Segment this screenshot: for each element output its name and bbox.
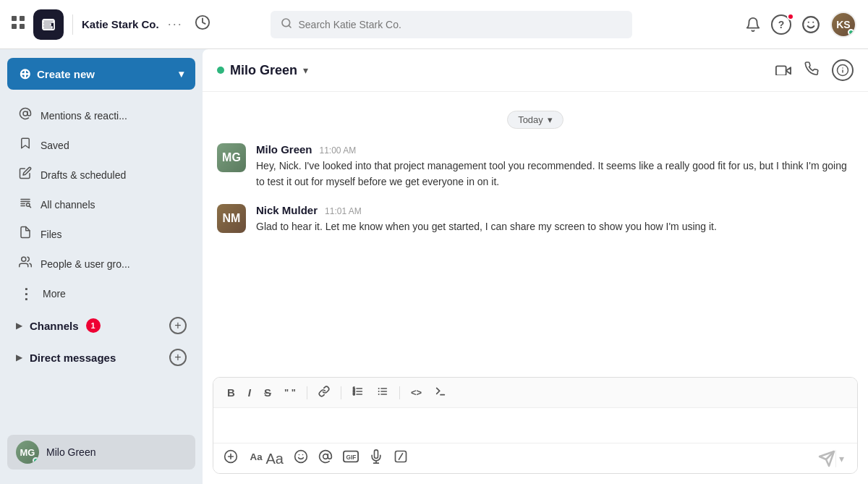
mention-icon[interactable]: [318, 449, 333, 467]
sidebar-bottom: MG Milo Green: [0, 429, 203, 475]
files-icon: [19, 226, 32, 242]
app-logo[interactable]: [33, 9, 64, 40]
message-sender-name: Milo Green: [256, 143, 312, 156]
svg-text:?: ?: [778, 19, 785, 30]
svg-rect-2: [12, 24, 17, 29]
create-new-label: Create new: [37, 68, 95, 80]
sidebar-item-people[interactable]: People & user gro...: [4, 250, 198, 278]
ordered-list-button[interactable]: 123: [349, 383, 367, 402]
chat-contact-name: Milo Green: [230, 63, 297, 78]
message-text: Hey, Nick. I've looked into that project…: [256, 158, 854, 190]
italic-button[interactable]: I: [244, 384, 255, 401]
chat-title-chevron-icon[interactable]: ▾: [303, 64, 308, 76]
add-attachment-icon[interactable]: [224, 449, 238, 467]
mentions-label: Mentions & reacti...: [41, 110, 127, 122]
workspace-dots[interactable]: ···: [168, 17, 183, 32]
composer-input[interactable]: [213, 408, 857, 443]
video-call-icon[interactable]: [775, 62, 791, 79]
history-icon[interactable]: [195, 14, 210, 34]
chat-header: Milo Green ▾: [203, 49, 868, 92]
date-chevron-icon: ▾: [548, 114, 553, 125]
svg-line-8: [289, 25, 292, 27]
message-group: NM Nick Mulder 11:01 AM Glad to hear it.…: [217, 204, 854, 235]
more-icon: ⋮: [19, 285, 34, 302]
sidebar-item-files[interactable]: Files: [4, 220, 198, 248]
channels-chevron-icon: ▶: [16, 320, 22, 331]
drafts-icon: [19, 166, 32, 183]
code-button[interactable]: <>: [407, 385, 425, 400]
search-bar[interactable]: [271, 11, 632, 38]
send-options-chevron[interactable]: ▾: [835, 450, 847, 467]
sidebar-item-more[interactable]: ⋮ More: [4, 279, 198, 308]
strikethrough-button[interactable]: S: [260, 384, 275, 401]
user-avatar-topbar[interactable]: KS: [830, 12, 856, 38]
svg-text:3: 3: [353, 392, 355, 396]
chat-area: Milo Green ▾: [203, 49, 868, 484]
milo-avatar: MG: [217, 143, 246, 172]
send-button[interactable]: [818, 450, 835, 467]
channels-add-icon[interactable]: +: [169, 317, 187, 334]
info-button[interactable]: [832, 59, 854, 81]
people-icon: [19, 255, 32, 272]
mentions-icon: [19, 107, 32, 124]
composer-footer: Aa Aa GIF: [213, 443, 857, 473]
microphone-icon[interactable]: [369, 449, 383, 467]
grid-icon[interactable]: [12, 16, 25, 33]
channels-label: Channels: [30, 320, 79, 332]
code-block-button[interactable]: [431, 383, 450, 402]
people-label: People & user gro...: [41, 258, 130, 270]
help-button[interactable]: ?: [771, 14, 791, 35]
phone-call-icon[interactable]: [804, 61, 819, 80]
contact-online-indicator: [217, 67, 224, 74]
nick-avatar: NM: [217, 204, 246, 233]
drafts-label: Drafts & scheduled: [41, 169, 126, 181]
bold-button[interactable]: B: [224, 384, 239, 401]
toolbar-divider-2: [341, 386, 341, 399]
blockquote-button[interactable]: " ": [281, 385, 299, 400]
svg-line-20: [30, 206, 31, 208]
gif-icon[interactable]: GIF: [343, 450, 359, 467]
message-group: MG Milo Green 11:00 AM Hey, Nick. I've l…: [217, 143, 854, 190]
text-format-icon[interactable]: Aa Aa: [248, 449, 284, 467]
workspace-name: Katie Stark Co.: [82, 18, 159, 30]
link-button[interactable]: [315, 383, 333, 402]
active-user-item[interactable]: MG Milo Green: [7, 435, 195, 470]
create-new-button[interactable]: ⊕ Create new ▾: [7, 58, 195, 90]
create-new-plus-icon: ⊕: [19, 65, 31, 82]
svg-point-36: [378, 388, 380, 389]
date-label: Today: [518, 114, 543, 125]
message-timestamp: 11:01 AM: [325, 206, 362, 216]
topbar-divider: [72, 14, 73, 35]
sidebar-item-mentions[interactable]: Mentions & reacti...: [4, 101, 198, 130]
search-input[interactable]: [298, 19, 622, 30]
topbar-right-icons: ? KS: [745, 12, 856, 38]
message-content: Milo Green 11:00 AM Hey, Nick. I've look…: [256, 143, 854, 190]
search-icon: [281, 17, 292, 32]
all-channels-label: All channels: [41, 199, 95, 211]
unordered-list-button[interactable]: [373, 383, 392, 402]
sidebar-section-direct-messages[interactable]: ▶ Direct messages +: [4, 341, 198, 373]
create-new-chevron-icon: ▾: [179, 68, 184, 80]
date-divider[interactable]: Today ▾: [217, 111, 854, 129]
all-channels-icon: [19, 196, 32, 213]
slash-command-icon[interactable]: [393, 449, 408, 467]
emoji-button[interactable]: [801, 15, 820, 34]
dm-label: Direct messages: [30, 352, 116, 364]
sidebar-section-channels[interactable]: ▶ Channels 1 +: [4, 310, 198, 341]
svg-point-37: [378, 391, 380, 392]
saved-icon: [19, 137, 32, 153]
message-timestamp: 11:00 AM: [320, 145, 357, 156]
emoji-picker-icon[interactable]: [294, 449, 308, 467]
svg-point-38: [378, 394, 380, 395]
sidebar-item-drafts[interactable]: Drafts & scheduled: [4, 161, 198, 189]
sidebar-item-saved[interactable]: Saved: [4, 131, 198, 159]
toolbar-divider-3: [399, 386, 400, 399]
sidebar-item-all-channels[interactable]: All channels: [4, 190, 198, 218]
composer-toolbar: B I S " " 123: [213, 378, 857, 408]
toolbar-divider: [307, 386, 307, 399]
svg-text:GIF: GIF: [346, 454, 357, 461]
svg-point-14: [23, 111, 27, 116]
svg-rect-3: [20, 24, 25, 29]
dm-add-icon[interactable]: +: [169, 349, 187, 366]
notifications-button[interactable]: [745, 17, 761, 33]
